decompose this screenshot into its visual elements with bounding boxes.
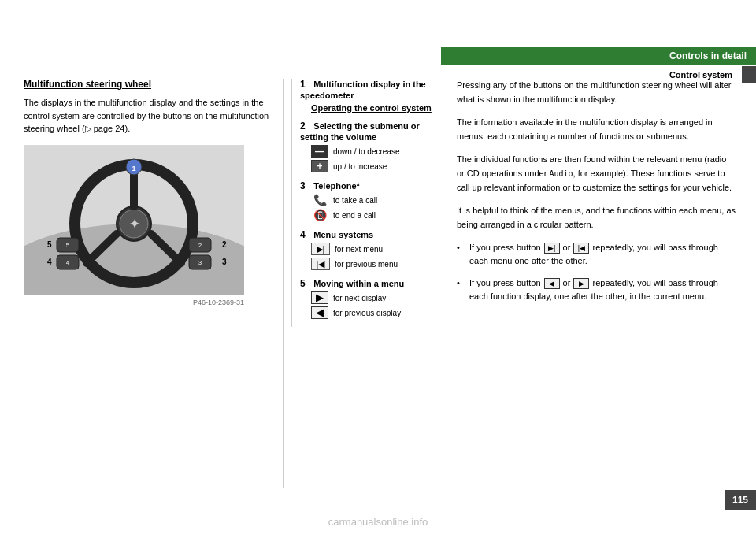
menu-next-icon: ▶| [311,243,330,255]
right-para-4: It is helpful to think of the menus, and… [457,204,736,232]
item-title: Selecting the submenu or setting the vol… [300,121,420,142]
item-body: ▶ for next display ◀ for previous displa… [311,291,449,319]
icon-label: to take a call [333,195,377,206]
svg-text:2: 2 [198,242,202,249]
list-item: 1 Multifunction display in the speedomet… [300,79,449,113]
button-icon-4: ▶ [573,278,589,289]
icon-row: ▶ for next display [311,291,449,304]
steering-wheel-image: ✦ 5 4 2 3 1 5 4 2 3 P46-10-2369-31 [24,145,244,295]
svg-text:4: 4 [47,258,52,266]
menu-prev-icon: |◀ [311,258,330,270]
left-intro: The displays in the multifunction displa… [24,96,284,135]
item-title: Telephone* [313,181,359,191]
item-number: 2 [300,121,311,132]
svg-text:✦: ✦ [129,217,140,231]
right-para-2: The information available in the multifu… [457,116,736,143]
item-title: Menu systems [313,230,373,239]
icon-label: for next display [333,292,386,304]
item-subtitle: Operating the control system [311,103,449,113]
image-caption: P46-10-2369-31 [24,299,244,306]
icon-label: for previous menu [335,258,398,270]
plus-icon: + [311,160,328,172]
icon-row: — down / to decrease [311,145,449,158]
page-number: 115 [724,490,756,510]
icon-label: down / to decrease [333,146,400,158]
phone-red-icon: 📵 [311,209,328,221]
icon-row: ◀ for previous display [311,306,449,319]
list-item: 4 Menu systems ▶| for next menu |◀ for p… [300,229,449,270]
icon-row: + up / to increase [311,160,449,172]
item-number: 5 [300,278,311,289]
item-body: — down / to decrease + up / to increase [311,145,449,172]
svg-text:4: 4 [66,259,70,266]
item-title: Moving within a menu [313,279,404,288]
icon-label: to end a call [333,210,376,221]
item-body: 📞 to take a call 📵 to end a call [311,194,449,221]
svg-text:2: 2 [222,240,227,249]
icon-label: up / to increase [333,161,387,172]
arrow-left-icon: ◀ [311,306,328,319]
subsection-bar [742,66,756,83]
item-number: 3 [300,180,311,191]
svg-text:1: 1 [132,165,135,172]
icon-row: 📞 to take a call [311,194,449,206]
list-item: 2 Selecting the submenu or setting the v… [300,121,449,172]
button-icon-1: ▶| [544,243,560,254]
svg-text:5: 5 [47,240,52,249]
phone-green-icon: 📞 [311,194,328,206]
icon-row: |◀ for previous menu [311,258,449,270]
middle-column: 1 Multifunction display in the speedomet… [291,79,449,327]
item-number: 1 [300,79,311,90]
watermark: carmanualsonline.info [328,516,428,528]
minus-icon: — [311,145,328,158]
icon-label: for next menu [335,243,383,255]
button-icon-3: ◀ [544,278,560,289]
svg-text:3: 3 [198,259,202,266]
item-body: ▶| for next menu |◀ for previous menu [311,243,449,270]
steering-wheel-svg: ✦ 5 4 2 3 1 5 4 2 3 [24,145,244,295]
right-column: Pressing any of the buttons on the multi… [457,79,736,312]
list-item: 3 Telephone* 📞 to take a call 📵 to end a… [300,180,449,221]
bullet-1: If you press button ▶| or |◀ repeatedly,… [457,241,736,267]
item-title: Multifunction display in the speedometer [300,80,426,100]
bullet-2: If you press button ◀ or ▶ repeatedly, y… [457,276,736,302]
arrow-right-icon: ▶ [311,291,328,304]
icon-row: 📵 to end a call [311,209,449,221]
icon-label: for previous display [333,307,401,319]
left-column: Multifunction steering wheel The display… [24,79,284,295]
icon-row: ▶| for next menu [311,243,449,255]
right-para-1: Pressing any of the buttons on the multi… [457,79,736,106]
svg-text:3: 3 [222,258,227,266]
section-title: Controls in detail [441,47,756,65]
code-text: Audio [549,169,573,178]
button-icon-2: |◀ [573,243,589,254]
item-number: 4 [300,229,311,240]
svg-text:5: 5 [66,242,70,249]
left-section-title: Multifunction steering wheel [24,79,284,90]
divider [284,79,284,488]
list-item: 5 Moving within a menu ▶ for next displa… [300,278,449,319]
right-para-3: The individual functions are then found … [457,153,736,195]
